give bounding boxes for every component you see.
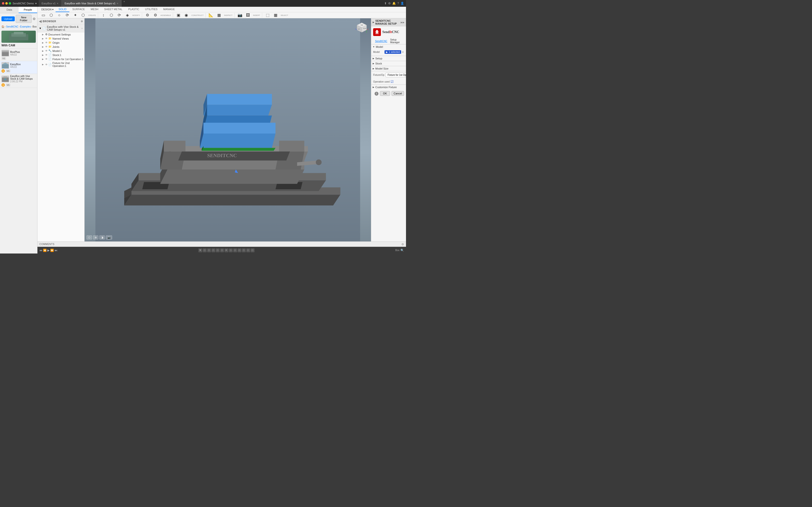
nav-prev-button[interactable]: ⏪ [43,249,47,252]
root-expand-arrow[interactable]: ▼ [39,27,42,30]
info-button[interactable]: i [374,91,378,96]
model-clear-button[interactable]: ✕ [402,50,404,54]
construct-plane-button[interactable]: ▣ [174,13,182,18]
ok-button[interactable]: OK [380,91,390,96]
design-dropdown-button[interactable]: DESIGN ▾ [39,7,56,12]
fixture-2nd-eye[interactable]: 👁 [45,63,48,66]
upload-button[interactable]: Upload [1,16,15,21]
modify-press-pull-button[interactable]: ↕ [100,13,107,18]
model-expand[interactable]: ▶ [42,50,45,52]
named-views-eye[interactable]: 👁 [45,37,48,40]
view-cube[interactable]: TOP LEFT FRONT [355,20,369,35]
model-eye[interactable]: 👁 [45,50,48,52]
fixture-1st-eye[interactable]: 👁 [45,58,48,60]
stock-eye[interactable]: 👁 [45,54,48,56]
create-sketch-button[interactable]: ▭ [39,13,47,18]
timeline-btn-7[interactable]: ⟳ [224,248,229,252]
toolbar-tab-plastic[interactable]: PLASTIC [125,7,142,12]
customize-fixture-header[interactable]: ▶ Customize Fixture [371,85,406,90]
panel-expand-icon[interactable]: ▶▶ [401,21,405,24]
tab-easybox-cam-close[interactable]: ✕ [116,2,118,5]
timeline-btn-9[interactable]: ⬡ [233,248,237,252]
senditcnc-link[interactable]: SendItCNC [373,39,389,43]
search-icon-bottom[interactable]: 🔍 [400,249,404,252]
select-window-button[interactable]: ▦ [272,13,280,18]
sidebar-item-easybox[interactable]: EasyBox 4/6/22 S V1 [0,61,37,74]
viewport-camera-button[interactable]: 📷 [106,235,112,239]
maximize-button[interactable] [9,2,11,5]
modify-fillet-button[interactable]: ⬡ [108,13,115,18]
timeline-btn-6[interactable]: ⬡ [220,248,224,252]
stock-expand[interactable]: ▶ [42,54,45,56]
operation-used-checkbox[interactable]: ☑ [391,80,394,83]
origin-expand[interactable]: ▶ [42,42,45,44]
new-tab-button[interactable]: + [121,0,127,7]
app-dropdown-icon[interactable]: ▾ [35,2,37,5]
setup-section-header[interactable]: ▶ Setup [371,56,406,61]
toolbar-tab-mesh[interactable]: MESH [88,7,101,12]
tab-easybox-cam[interactable]: EasyBox with Vise Stock & CAM Setups v1 … [62,0,121,7]
viewport[interactable]: SENDITCNC [85,18,371,241]
toolbar-tab-utilities[interactable]: UTILITIES [142,7,160,12]
toolbar-tab-solid[interactable]: SOLID [56,7,69,12]
create-more-button[interactable]: ⬡ [79,13,87,18]
model-section-header[interactable]: ▼ Model [371,44,406,49]
share-icon[interactable]: ⬆ [384,2,387,5]
comments-settings-icon[interactable]: ⚙ [401,243,404,246]
construct-axis-button[interactable]: ◉ [183,13,190,18]
tab-easybox[interactable]: EasyBox v1 ✕ [39,0,62,7]
assemble-new-button[interactable]: ⚙ [144,13,151,18]
timeline-btn-11[interactable]: ⬡ [242,248,246,252]
tab-people[interactable]: People [18,7,37,13]
insert-image-button[interactable]: 📷 [236,13,244,18]
close-button[interactable] [2,2,4,5]
model-size-section-header[interactable]: ▶ Model Size [371,66,406,71]
timeline-btn-10[interactable]: ⬡ [238,248,242,252]
nav-next-button[interactable]: ⏩ [50,249,54,252]
named-views-expand[interactable]: ▶ [42,38,45,40]
panel-collapse-icon[interactable]: ▶ [373,21,374,23]
timeline-btn-2[interactable]: ⬡ [203,248,207,252]
create-sweep-button[interactable]: ⟳ [63,13,71,18]
browser-item-model[interactable]: ▶ 👁 🔧 Model:1 [38,49,84,53]
inspect-section-button[interactable]: ▦ [215,13,223,18]
nav-end-button[interactable]: ⏭ [55,249,57,252]
notification-icon[interactable]: 🔔 [392,2,396,5]
stock-section-header[interactable]: ▶ Stock [371,61,406,66]
minimize-button[interactable] [5,2,8,5]
create-loft-button[interactable]: ✦ [71,13,79,18]
nav-play-button[interactable]: ▶ [47,249,50,252]
modify-shell-button[interactable]: ◈ [123,13,131,18]
doc-settings-expand[interactable]: ▶ [42,33,45,36]
tab-data[interactable]: Data [0,7,18,13]
modify-chamfer-button[interactable]: ⟳ [115,13,123,18]
fixture-1st-expand[interactable]: ▶ [42,58,45,60]
browser-settings-icon[interactable]: ⚙ [81,20,83,23]
joints-eye[interactable]: 👁 [45,45,48,48]
fixture-op-select[interactable]: Fixture for 1st Operation Fixture for 2n… [386,73,406,77]
insert-decal-button[interactable]: 🖼 [244,13,252,18]
timeline-btn-13[interactable]: ⬡ [251,248,254,252]
fixture-2nd-expand[interactable]: ▶ [42,63,45,66]
model-selected-badge[interactable]: ▶ 1 selected [385,50,401,54]
breadcrumb-senditcnc[interactable]: SendItCNC [6,25,18,28]
browser-item-fixture-1st[interactable]: ▶ 👁 📄 Fixture for 1st Operation:1 [38,57,84,61]
inspect-measure-button[interactable]: 📐 [207,13,215,18]
joints-expand[interactable]: ▶ [42,46,45,48]
record-icon[interactable]: ● [81,26,83,30]
viewport-mode-button[interactable]: ⬡ [87,235,92,239]
browser-item-stock[interactable]: ▶ 👁 📄 Stock:1 [38,53,84,57]
browser-item-joints[interactable]: ▶ 👁 📁 Joints [38,45,84,49]
nav-start-button[interactable]: ⏮ [39,249,42,252]
create-extrude-button[interactable]: ⬡ [47,13,55,18]
origin-eye[interactable]: 👁 [45,41,48,44]
tab-easybox-close[interactable]: ✕ [57,2,58,5]
browser-root-item[interactable]: ▼ 📄 EasyBox with Vise Stock & CAM Setups… [38,24,84,32]
settings-gear-button[interactable]: ⚙ [33,17,36,21]
sidebar-item-boxplus[interactable]: BoxPlus 4/6/22 V1 [0,49,37,61]
toolbar-tab-sheet-metal[interactable]: SHEET METAL [101,7,125,12]
viewport-grid-button[interactable]: ⊞ [93,235,98,239]
with-cam-item[interactable]: With CAM [0,29,37,49]
toolbar-tab-manage[interactable]: MANAGE [160,7,178,12]
timeline-btn-4[interactable]: ⬡ [211,248,215,252]
